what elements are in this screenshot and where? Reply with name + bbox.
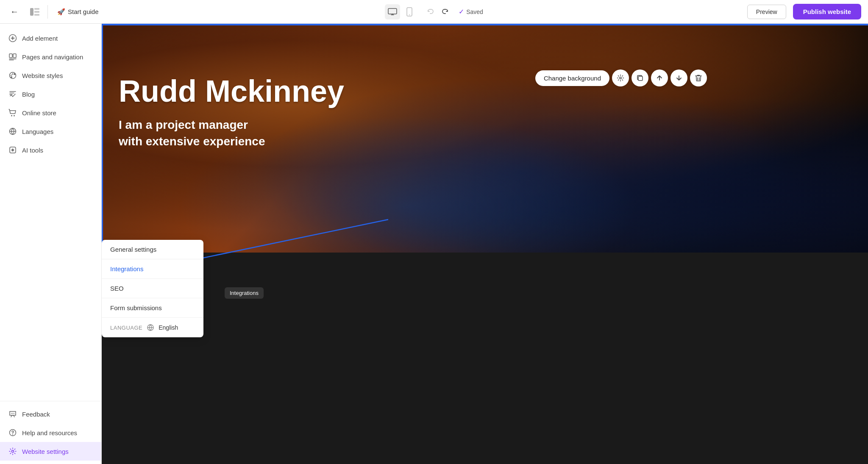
topbar-right: Preview Publish website: [580, 4, 861, 19]
sidebar-item-label: Languages: [22, 128, 53, 135]
section-move-down-button[interactable]: [670, 69, 687, 86]
svg-rect-1: [34, 8, 39, 10]
sidebar-item-ai-tools[interactable]: AI tools: [0, 141, 101, 159]
sidebar-item-label: Online store: [22, 109, 56, 117]
back-button[interactable]: ←: [7, 4, 22, 19]
tooltip-text: Integrations: [230, 290, 259, 296]
change-background-button[interactable]: Change background: [535, 70, 609, 86]
publish-label: Publish website: [803, 8, 851, 15]
sidebar-item-website-styles[interactable]: Website styles: [0, 66, 101, 85]
dropdown-item-general-settings[interactable]: General settings: [102, 240, 203, 259]
sidebar-item-label: AI tools: [22, 147, 43, 154]
back-icon: ←: [10, 7, 19, 17]
mobile-device-button[interactable]: [402, 4, 417, 19]
hero-section[interactable]: Rudd Mckinney I am a project manager wit…: [102, 24, 868, 253]
dropdown-item-integrations[interactable]: Integrations: [102, 259, 203, 278]
lower-section: [102, 253, 868, 464]
sidebar-item-pages-navigation[interactable]: Pages and navigation: [0, 47, 101, 66]
undo-icon: [427, 8, 434, 16]
hero-subtitle-line1: I am a project manager: [119, 117, 344, 133]
start-guide-label: Start guide: [68, 8, 99, 15]
svg-point-12: [11, 76, 12, 78]
dropdown-item-seo[interactable]: SEO: [102, 279, 203, 298]
section-settings-button[interactable]: [612, 69, 629, 86]
hero-subtitle-line2: with extensive experience: [119, 133, 344, 150]
sidebar-item-help-resources[interactable]: Help and resources: [0, 423, 101, 442]
sidebar-item-feedback[interactable]: Feedback: [0, 405, 101, 423]
sidebar-item-label: Website styles: [22, 72, 63, 79]
dropdown-item-form-submissions[interactable]: Form submissions: [102, 298, 203, 317]
general-settings-label: General settings: [110, 246, 156, 253]
preview-label: Preview: [756, 8, 777, 15]
settings-gear-icon: [8, 447, 17, 456]
pages-icon: [8, 53, 17, 61]
svg-rect-25: [638, 76, 643, 81]
saved-label: Saved: [466, 8, 483, 15]
store-icon: [8, 108, 17, 117]
seo-label: SEO: [110, 285, 124, 292]
divider: [47, 5, 48, 19]
svg-point-20: [14, 413, 14, 414]
blog-icon: [8, 90, 17, 98]
duplicate-icon: [636, 74, 644, 82]
sidebar-item-label: Help and resources: [22, 429, 77, 436]
svg-rect-8: [9, 54, 12, 58]
desktop-icon: [388, 8, 397, 16]
hero-content: Rudd Mckinney I am a project manager wit…: [119, 75, 344, 150]
svg-point-6: [409, 14, 410, 15]
help-icon: [8, 428, 17, 437]
panel-icon: [30, 8, 39, 16]
svg-point-11: [14, 73, 15, 75]
desktop-device-button[interactable]: [385, 4, 400, 19]
sidebar-item-blog[interactable]: Blog: [0, 85, 101, 103]
globe-icon: [147, 324, 154, 331]
move-down-icon: [675, 74, 683, 82]
saved-badge: ✓ Saved: [459, 8, 483, 16]
sidebar-item-online-store[interactable]: Online store: [0, 103, 101, 122]
sidebar-item-add-element[interactable]: Add element: [0, 29, 101, 47]
sidebar-item-label: Blog: [22, 91, 35, 98]
language-label: LANGUAGE: [110, 325, 142, 331]
redo-icon: [441, 8, 449, 16]
svg-point-19: [12, 413, 13, 414]
svg-point-22: [12, 434, 13, 435]
delete-icon: [695, 74, 702, 82]
svg-rect-3: [34, 14, 39, 16]
publish-button[interactable]: Publish website: [793, 4, 861, 19]
section-delete-button[interactable]: [690, 69, 707, 86]
language-value[interactable]: English: [159, 324, 178, 331]
topbar: ← 🚀 Start guide: [0, 0, 868, 24]
change-bg-label: Change background: [544, 75, 601, 82]
sidebar-item-website-settings[interactable]: Website settings: [0, 442, 101, 461]
topbar-left: ← 🚀 Start guide: [7, 4, 288, 19]
sidebar-bottom: Feedback Help and resources: [0, 401, 101, 464]
languages-icon: [8, 127, 17, 136]
section-move-up-button[interactable]: [651, 69, 668, 86]
undo-button[interactable]: [424, 5, 437, 19]
canvas-area: Rudd Mckinney I am a project manager wit…: [102, 24, 868, 464]
feedback-icon: [8, 410, 17, 418]
svg-point-24: [620, 77, 621, 79]
sidebar-item-languages[interactable]: Languages: [0, 122, 101, 141]
hero-title[interactable]: Rudd Mckinney: [119, 75, 344, 108]
dropdown-language: LANGUAGE English: [102, 318, 203, 337]
section-duplicate-button[interactable]: [632, 69, 648, 86]
sidebar-item-label: Website settings: [22, 448, 69, 455]
toggle-panel-button[interactable]: [27, 4, 42, 19]
preview-button[interactable]: Preview: [747, 5, 786, 19]
integrations-tooltip: Integrations: [225, 287, 264, 299]
form-submissions-label: Form submissions: [110, 304, 162, 311]
svg-point-14: [14, 115, 15, 117]
redo-button[interactable]: [438, 5, 452, 19]
svg-rect-4: [388, 8, 397, 14]
svg-rect-9: [13, 54, 16, 58]
dropdown-menu: General settings Integrations SEO Form s…: [102, 240, 203, 337]
start-guide-button[interactable]: 🚀 Start guide: [53, 6, 103, 18]
move-up-icon: [656, 74, 663, 82]
svg-point-13: [11, 115, 12, 117]
sidebar-nav: Add element Pages and navigation: [0, 24, 101, 401]
ai-tools-icon: [8, 146, 17, 154]
styles-icon: [8, 71, 17, 80]
topbar-center: ✓ Saved: [293, 4, 575, 19]
hero-subtitle: I am a project manager with extensive ex…: [119, 117, 344, 150]
